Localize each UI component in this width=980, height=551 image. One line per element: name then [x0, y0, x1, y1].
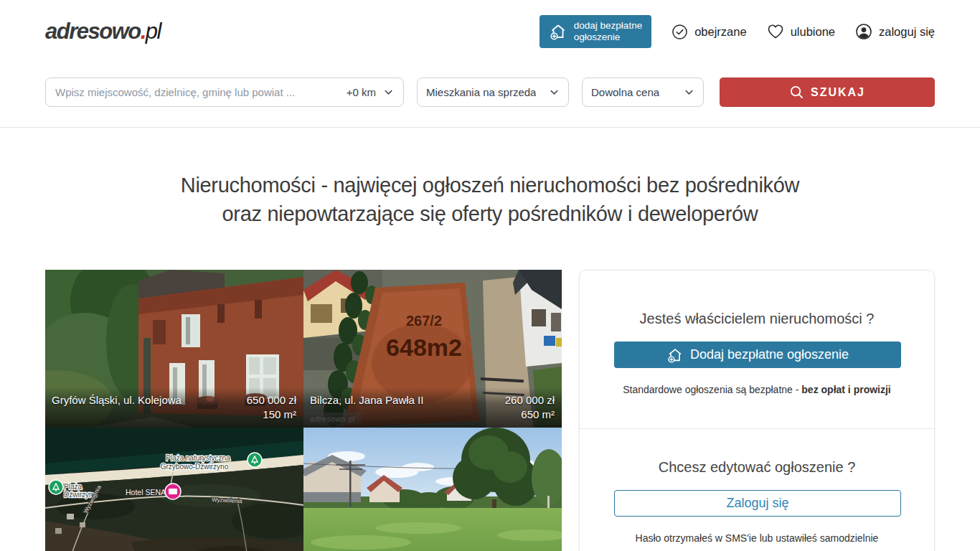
- check-circle-icon: [672, 24, 688, 40]
- chevron-down-icon: [383, 87, 394, 98]
- plot-area-label: 648m2: [386, 334, 462, 361]
- owner-heading: Jesteś właścicielem nieruchomości ?: [614, 311, 900, 327]
- map-marker-beach1: [248, 453, 262, 467]
- listing-card-bilcza[interactable]: 267/2 648m2 adresowo.pl Bilcza, ul. Jana…: [303, 270, 562, 428]
- owner-note-text: Standardowe ogłoszenia są bezpłatne -: [623, 384, 801, 395]
- add-listing-button[interactable]: dodaj bezpłatne ogłoszenie: [540, 15, 651, 48]
- map-label-beach2-line1: Plaża: [64, 483, 82, 491]
- price-value: Dowolna cena: [591, 86, 659, 98]
- owner-note-bold: bez opłat i prowizji: [801, 384, 890, 395]
- map-marker-hotel: [165, 484, 181, 499]
- main-content: Gryfów Śląski, ul. Kolejowa 650 000 zł 1…: [0, 270, 980, 551]
- page-title-line1: Nieruchomości - najwięcej ogłoszeń nieru…: [0, 171, 980, 199]
- logo-dot: .: [141, 19, 146, 44]
- listing-address: Bilcza, ul. Jana Pawła II: [310, 393, 423, 408]
- radius-value: +0 km: [347, 86, 376, 98]
- listing-address: Gryfów Śląski, ul. Kolejowa: [52, 393, 182, 408]
- location-input-box: +0 km: [45, 77, 404, 107]
- sidebar-add-listing-button[interactable]: Dodaj bezpłatne ogłoszenie: [614, 342, 901, 368]
- sidebar-login-label: Zaloguj się: [726, 496, 788, 511]
- top-header: adresowo.pl dodaj bezpłatne ogłoszenie: [0, 0, 980, 63]
- radius-select[interactable]: +0 km: [341, 86, 394, 98]
- house-plus-icon: [666, 347, 684, 364]
- listing-price: 650 000 zł: [247, 393, 296, 408]
- listing-card-dzwirzyno[interactable]: Plaża naturystyczna Grzybowo-Dźwirzyno P…: [45, 428, 303, 551]
- listing-photo-field: [303, 428, 562, 551]
- viewed-link[interactable]: obejrzane: [672, 24, 746, 40]
- sidebar-login-button[interactable]: Zaloguj się: [614, 490, 901, 517]
- listing-price: 260 000 zł: [505, 393, 555, 408]
- edit-note: Hasło otrzymałeś w SMS'ie lub ustawiłeś …: [614, 532, 900, 544]
- edit-section: Chcesz edytować ogłoszenie ? Zaloguj się…: [580, 428, 934, 551]
- owner-note: Standardowe ogłoszenia są bezpłatne - be…: [614, 384, 900, 395]
- viewed-label: obejrzane: [694, 25, 746, 39]
- page-title-line2: oraz niepowtarzające się oferty pośredni…: [0, 199, 980, 228]
- listing-photo-satellite-map: Plaża naturystyczna Grzybowo-Dźwirzyno P…: [45, 428, 303, 551]
- search-submit-label: SZUKAJ: [811, 86, 865, 99]
- plot-number-label: 267/2: [406, 313, 442, 329]
- category-select[interactable]: Mieszkania na sprzeda: [417, 77, 569, 107]
- page-title: Nieruchomości - najwięcej ogłoszeń nieru…: [0, 171, 980, 228]
- user-circle-icon: [855, 23, 872, 40]
- login-link[interactable]: zaloguj się: [855, 23, 935, 40]
- add-listing-label-line2: ogłoszenie: [574, 32, 642, 43]
- chevron-down-icon: [549, 87, 560, 98]
- price-select[interactable]: Dowolna cena: [582, 77, 704, 107]
- listing-area: 650 m²: [505, 408, 555, 422]
- edit-heading: Chcesz edytować ogłoszenie ?: [614, 459, 900, 476]
- heart-icon: [767, 24, 784, 39]
- favorites-label: ulubione: [791, 25, 835, 39]
- location-input[interactable]: [55, 86, 341, 98]
- search-submit-button[interactable]: SZUKAJ: [720, 77, 935, 107]
- add-listing-label-line1: dodaj bezpłatne: [574, 20, 642, 32]
- search-icon: [789, 85, 804, 100]
- chevron-down-icon: [684, 87, 694, 98]
- listing-caption: Gryfów Śląski, ul. Kolejowa 650 000 zł 1…: [45, 387, 303, 428]
- site-logo[interactable]: adresowo.pl: [45, 19, 161, 44]
- listing-grid: Gryfów Śląski, ul. Kolejowa 650 000 zł 1…: [45, 270, 562, 551]
- map-label-beach1-line1: Plaża naturystyczna: [166, 454, 230, 462]
- favorites-link[interactable]: ulubione: [767, 24, 835, 39]
- hero: Nieruchomości - najwięcej ogłoszeń nieru…: [0, 171, 980, 228]
- sidebar-add-listing-label: Dodaj bezpłatne ogłoszenie: [690, 347, 849, 362]
- house-plus-icon: [549, 22, 567, 41]
- category-value: Mieszkania na sprzeda: [426, 86, 536, 98]
- logo-wordmark: adresowo: [45, 19, 141, 44]
- owner-section: Jesteś właścicielem nieruchomości ? Doda…: [580, 270, 934, 428]
- login-label: zaloguj się: [879, 25, 935, 39]
- map-label-beach1-line2: Grzybowo-Dźwirzyno: [161, 463, 229, 471]
- owner-sidebar: Jesteś właścicielem nieruchomości ? Doda…: [579, 270, 935, 551]
- listing-card-grojec[interactable]: Grojec, ul. Bagienna 891 000 zł: [303, 428, 562, 551]
- map-marker-beach2: [49, 480, 63, 494]
- listing-area: 150 m²: [247, 408, 296, 422]
- header-actions: dodaj bezpłatne ogłoszenie obejrzane ulu…: [540, 15, 935, 48]
- listing-card-gryfow[interactable]: Gryfów Śląski, ul. Kolejowa 650 000 zł 1…: [45, 270, 303, 428]
- search-bar: +0 km Mieszkania na sprzeda Dowolna cena…: [0, 63, 980, 128]
- listing-caption: Bilcza, ul. Jana Pawła II 260 000 zł 650…: [303, 387, 562, 428]
- logo-tld: pl: [146, 19, 161, 44]
